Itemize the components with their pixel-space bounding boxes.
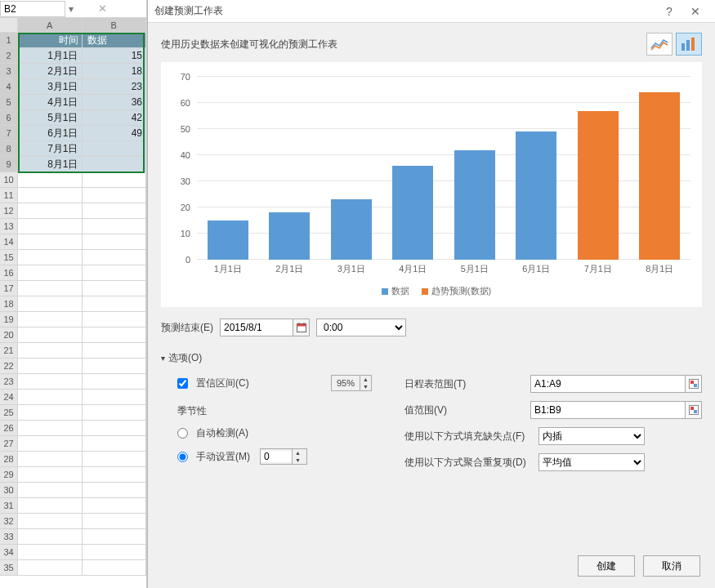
row-header[interactable]: 15 bbox=[0, 250, 18, 265]
row-header[interactable]: 33 bbox=[0, 529, 18, 545]
row-header[interactable]: 31 bbox=[0, 498, 18, 514]
row-header[interactable]: 2 bbox=[0, 48, 18, 64]
cell[interactable]: 49 bbox=[83, 126, 147, 141]
cell[interactable] bbox=[83, 514, 147, 529]
cell[interactable] bbox=[83, 188, 147, 203]
fill-missing-select[interactable]: 内插 bbox=[538, 427, 645, 445]
cell[interactable]: 3月1日 bbox=[18, 79, 83, 95]
cell[interactable] bbox=[83, 157, 147, 172]
cell[interactable] bbox=[83, 234, 147, 250]
cell[interactable] bbox=[83, 296, 147, 312]
options-toggle[interactable]: ▾选项(O) bbox=[161, 351, 702, 365]
row-header[interactable]: 26 bbox=[0, 421, 18, 436]
manual-radio[interactable] bbox=[177, 452, 188, 462]
cell[interactable] bbox=[18, 296, 83, 312]
cell[interactable] bbox=[18, 265, 83, 281]
row-header[interactable]: 32 bbox=[0, 514, 18, 529]
cell[interactable] bbox=[83, 374, 147, 390]
row-header[interactable]: 34 bbox=[0, 545, 18, 560]
cell[interactable]: 6月1日 bbox=[18, 126, 83, 141]
row-header[interactable]: 30 bbox=[0, 483, 18, 498]
timeline-range-picker-button[interactable] bbox=[685, 376, 701, 392]
cell[interactable] bbox=[18, 560, 83, 576]
cell[interactable]: 时间 bbox=[18, 33, 83, 48]
cell[interactable] bbox=[18, 529, 83, 545]
cell[interactable]: 8月1日 bbox=[18, 157, 83, 172]
cell[interactable] bbox=[83, 498, 147, 514]
timeline-range-input[interactable] bbox=[531, 376, 685, 392]
values-range-picker-button[interactable] bbox=[685, 402, 701, 418]
cell[interactable] bbox=[18, 327, 83, 343]
cell[interactable] bbox=[83, 560, 147, 576]
manual-value-input[interactable] bbox=[261, 451, 292, 462]
row-header[interactable]: 29 bbox=[0, 467, 18, 483]
cell[interactable] bbox=[83, 265, 147, 281]
create-button[interactable]: 创建 bbox=[578, 555, 635, 577]
cell[interactable]: 1月1日 bbox=[18, 48, 83, 64]
cell[interactable] bbox=[83, 529, 147, 545]
row-header[interactable]: 27 bbox=[0, 436, 18, 452]
aggregate-select[interactable]: 平均值 bbox=[538, 453, 645, 471]
row-header[interactable]: 35 bbox=[0, 560, 18, 576]
cell[interactable] bbox=[18, 281, 83, 296]
cell[interactable]: 5月1日 bbox=[18, 110, 83, 126]
row-header[interactable]: 24 bbox=[0, 390, 18, 405]
cell[interactable] bbox=[18, 390, 83, 405]
name-box-input[interactable] bbox=[0, 1, 65, 17]
row-header[interactable]: 23 bbox=[0, 374, 18, 390]
cell[interactable]: 数据 bbox=[83, 33, 147, 48]
row-header[interactable]: 16 bbox=[0, 265, 18, 281]
cell[interactable]: 36 bbox=[83, 95, 147, 110]
cell[interactable] bbox=[18, 483, 83, 498]
cell[interactable] bbox=[18, 219, 83, 234]
confidence-spinner[interactable]: 95% ▲▼ bbox=[331, 375, 372, 391]
row-header[interactable]: 1 bbox=[0, 33, 18, 48]
col-header-a[interactable]: A bbox=[18, 18, 83, 33]
cell[interactable]: 4月1日 bbox=[18, 95, 83, 110]
row-header[interactable]: 21 bbox=[0, 343, 18, 359]
manual-value-spinner[interactable]: ▲▼ bbox=[260, 448, 307, 465]
cell[interactable] bbox=[18, 359, 83, 374]
cell[interactable] bbox=[18, 234, 83, 250]
formula-cancel-icon[interactable]: ✕ bbox=[98, 2, 107, 15]
row-header[interactable]: 14 bbox=[0, 234, 18, 250]
row-header[interactable]: 13 bbox=[0, 219, 18, 234]
cell[interactable] bbox=[18, 467, 83, 483]
cell[interactable] bbox=[83, 545, 147, 560]
spin-down-icon[interactable]: ▼ bbox=[293, 457, 303, 464]
calendar-picker-button[interactable] bbox=[293, 319, 309, 336]
cell[interactable] bbox=[18, 545, 83, 560]
line-chart-type-button[interactable] bbox=[646, 33, 673, 56]
cell[interactable]: 23 bbox=[83, 79, 147, 95]
row-header[interactable]: 20 bbox=[0, 327, 18, 343]
cell[interactable]: 2月1日 bbox=[18, 64, 83, 79]
confidence-checkbox[interactable] bbox=[177, 378, 188, 389]
cell[interactable] bbox=[83, 281, 147, 296]
select-all-corner[interactable] bbox=[0, 18, 18, 33]
spin-up-icon[interactable]: ▲ bbox=[360, 376, 371, 383]
cell[interactable] bbox=[18, 188, 83, 203]
bar-chart-type-button[interactable] bbox=[676, 33, 702, 56]
cell[interactable] bbox=[18, 203, 83, 219]
row-header[interactable]: 11 bbox=[0, 188, 18, 203]
row-header[interactable]: 19 bbox=[0, 312, 18, 327]
row-header[interactable]: 12 bbox=[0, 203, 18, 219]
spin-down-icon[interactable]: ▼ bbox=[360, 383, 371, 390]
cell[interactable] bbox=[18, 514, 83, 529]
row-header[interactable]: 4 bbox=[0, 79, 18, 95]
cell[interactable] bbox=[18, 312, 83, 327]
cell[interactable] bbox=[83, 421, 147, 436]
cell[interactable]: 42 bbox=[83, 110, 147, 126]
cell[interactable] bbox=[18, 374, 83, 390]
row-header[interactable]: 25 bbox=[0, 405, 18, 421]
cell[interactable] bbox=[18, 405, 83, 421]
row-header[interactable]: 3 bbox=[0, 64, 18, 79]
cell[interactable] bbox=[83, 467, 147, 483]
cell[interactable] bbox=[18, 498, 83, 514]
row-header[interactable]: 10 bbox=[0, 172, 18, 188]
cell[interactable] bbox=[18, 452, 83, 467]
cell[interactable] bbox=[83, 390, 147, 405]
cell[interactable]: 7月1日 bbox=[18, 141, 83, 157]
cell[interactable] bbox=[83, 172, 147, 188]
spin-up-icon[interactable]: ▲ bbox=[293, 449, 303, 457]
